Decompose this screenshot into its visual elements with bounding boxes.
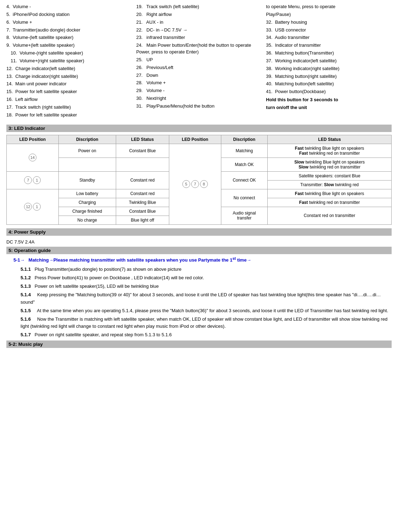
col3-cont2: Play/Pause) (266, 11, 392, 18)
item-8: 8. Volume-(left satellite speaker) (6, 34, 132, 41)
item-33: 33. USB connector (266, 27, 392, 34)
item-34: 34. Audio transmitter (266, 34, 392, 41)
circle-7: 7 (191, 180, 199, 188)
status-match-ok: Slow twinkling Blue light on speakersSlo… (268, 158, 392, 171)
item-37: 37. Working indicator(left satellite) (266, 58, 392, 64)
item-24: 24. Main Power button/Enter(hold the but… (136, 42, 262, 56)
desc-power-on: Power on (58, 144, 116, 158)
desc-matching: Matching (221, 144, 268, 158)
op-item-517: 5.1.7 Power on right satellite speaker, … (21, 331, 392, 338)
item-40: 40. Matching button(left satellite) (266, 81, 392, 87)
status-matching: Fast twinkling Blue light on speakersFas… (268, 144, 392, 158)
item-19: 19. Track switch (left satellite) (136, 4, 262, 10)
item-32: 32. Battery housing (266, 19, 392, 26)
power-dc: DC 7.5V 2.4A (6, 239, 392, 246)
op-item-514: 5.1.4 Keep pressing the "Matching button… (21, 291, 392, 305)
desc-audio-signal: Audio signaltransfer (221, 207, 268, 224)
circle-1b: 1 (33, 203, 41, 211)
item-10: 10. Volume-(right satellite speaker) (11, 50, 132, 57)
item-6: 6. Volume + (6, 19, 132, 26)
status-constant-blue-1: Constant Blue (116, 144, 169, 158)
th-led-pos-2: LED Position (169, 135, 221, 144)
item-25: 25. UP (136, 57, 262, 63)
circle-7a: 7 (24, 176, 32, 184)
circle-5: 5 (182, 180, 190, 188)
icon-cell-14: 14 (7, 144, 59, 171)
item-36: 36. Matching button(Transmitter) (266, 50, 392, 57)
item-11: 11. Volume+(right satellite speaker) (11, 58, 132, 64)
desc-no-connect: No connect (221, 189, 268, 207)
th-desc-2: Discription (221, 135, 268, 144)
col3: to operate Menu, press to operate Play/P… (266, 4, 392, 120)
item-9: 9. Volume+(left satellite speaker) (6, 42, 132, 49)
desc-standby: Standby (58, 171, 116, 189)
led-section-header: 3: LED Indicator (6, 125, 392, 132)
table-row: 14 Power on Constant Blue 5 7 8 Matching… (7, 144, 392, 158)
status-standby: Constant red (116, 171, 169, 189)
status-charging: Twinkling Blue (116, 198, 169, 207)
op-item-515: 5.1.5 At the same time when you are oper… (21, 307, 392, 314)
circle-1a: 1 (33, 176, 41, 184)
status-audio-signal: Constant red on transmitter (268, 207, 392, 224)
col1: 4. Volume - 5. iPhone/iPod docking stati… (6, 4, 132, 120)
status-connect-ok-1: Satellite speakers: constant Blue (268, 171, 392, 180)
status-connect-ok-2: Transmitter: Slow twinkling red (268, 180, 392, 189)
led-table: LED Position Discription LED Status LED … (6, 135, 392, 225)
desc-charging: Charging (58, 198, 116, 207)
item-41: 41. Power button(Dockbase) (266, 88, 392, 95)
op-item-512: 5.1.2 Press Power button(41) to power on… (21, 274, 392, 281)
item-13: 13. Charge indicator(right satellite) (6, 73, 132, 80)
circle-14: 14 (29, 154, 36, 161)
item-23: 23. infrared transmitter (136, 34, 262, 41)
item-29: 29. Volume - (136, 87, 262, 94)
numbered-items-section: 4. Volume - 5. iPhone/iPod docking stati… (6, 4, 392, 120)
col2: 19. Track switch (left satellite) 20. Ri… (136, 4, 262, 120)
status-low-battery: Constant red (116, 189, 169, 198)
item-39: 39. Matching button(right satellite) (266, 73, 392, 80)
item-20: 20. Right airflow (136, 11, 262, 18)
op-item-516: 5.1.6 Now the Transmitter is matching wi… (21, 316, 392, 330)
item-14: 14. Main unit power indicator (6, 81, 132, 87)
item-18: 18. Power for left satellite speaker (6, 112, 132, 119)
item-7: 7. Transmitter(audio dongle) docker (6, 27, 132, 34)
status-no-connect-2: Fast twinkling red on transmitter (268, 198, 392, 207)
operation-section-header: 5: Operation guide (6, 247, 392, 254)
icon-cell-right-1: 5 7 8 (169, 144, 221, 224)
status-charge-finished: Constant Blue (116, 207, 169, 216)
item-30: 30. Next/right (136, 95, 262, 102)
music-play-header: 5-2: Music play (6, 341, 392, 348)
item-17: 17. Track switch (right satellite) (6, 104, 132, 111)
item-5: 5. iPhone/iPod docking station (6, 11, 132, 18)
desc-connect-ok: Connect OK (221, 171, 268, 189)
icon-cell-71: 7 1 (7, 171, 59, 189)
item-16: 16. Left airflow (6, 96, 132, 103)
sub1-label: 5-1→ Matching→Please matching transmitte… (13, 256, 392, 264)
circle-12: 12 (24, 203, 32, 211)
icon-cell-empty-1: 12 1 (7, 189, 59, 224)
item-28: 28. Volume + (136, 80, 262, 86)
item-4: 4. Volume - (6, 4, 132, 10)
item-22: 22. DC- in→DC 7.5V → (136, 27, 262, 34)
col3-cont1: to operate Menu, press to operate (266, 4, 392, 10)
item-38: 38. Working indicator(right satellite) (266, 65, 392, 72)
desc-match-ok: Match OK (221, 158, 268, 171)
circle-8: 8 (200, 180, 208, 188)
item-27: 27. Down (136, 72, 262, 79)
turn-off-text: turn on/off the unit (266, 104, 392, 111)
item-21: 21. AUX - in (136, 19, 262, 26)
status-no-charge: Blue light off (116, 216, 169, 224)
th-led-status-1: LED Status (116, 135, 169, 144)
hold-text: Hold this button for 3 seconds to (266, 97, 392, 103)
status-no-connect-1: Fast twinkling Blue light on speakers (268, 189, 392, 198)
th-led-status-2: LED Status (268, 135, 392, 144)
operation-content: 5-1→ Matching→Please matching transmitte… (6, 256, 392, 338)
power-section-header: 4: Power Supply (6, 228, 392, 236)
op-item-513: 5.1.3 Power on left satellite speaker(15… (21, 283, 392, 290)
th-desc-1: Discription (58, 135, 116, 144)
item-31: 31. Play/Pause/Menu(hold the button (136, 103, 262, 110)
op-item-511: 5.1.1 Plug Transmitter(audio dongle) to … (21, 266, 392, 273)
desc-no-charge: No charge (58, 216, 116, 224)
desc-charge-finished: Charge finished (58, 207, 116, 216)
item-15: 15. Power for left satellite speaker (6, 88, 132, 95)
th-led-pos-1: LED Position (7, 135, 59, 144)
